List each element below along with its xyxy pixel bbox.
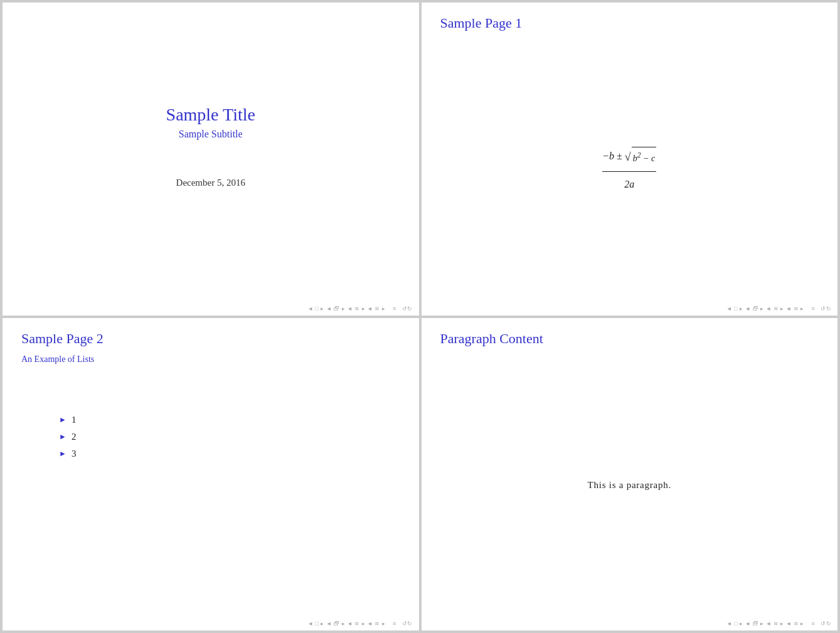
nav-bar-3: ◄ □ ▸ ◄ 🗗 ▸ ◄ ≋ ▸ ◄ ≋ ▸ ≡ ↺↻ [307, 620, 412, 627]
list-item: ► 3 [59, 449, 400, 459]
list-item-label-1: 1 [72, 415, 77, 425]
denominator: 2a [602, 172, 656, 195]
slide-3: Sample Page 2 An Example of Lists ► 1 ► … [3, 318, 419, 631]
page-2-title: Sample Page 1 [440, 15, 819, 31]
list-bullet-2: ► [59, 432, 66, 442]
slide-list: ► 1 ► 2 ► 3 [59, 415, 400, 465]
main-title: Sample Title [166, 105, 255, 125]
list-item-label-2: 2 [72, 432, 77, 442]
fraction: −b ± √b2 − c 2a [602, 145, 656, 195]
main-subtitle: Sample Subtitle [166, 129, 255, 140]
math-area: −b ± √b2 − c 2a [440, 38, 819, 303]
nav-bar-1: ◄ □ ▸ ◄ 🗗 ▸ ◄ ≋ ▸ ◄ ≋ ▸ ≡ ↺↻ [307, 306, 412, 312]
nav-bar-2: ◄ □ ▸ ◄ 🗗 ▸ ◄ ≋ ▸ ◄ ≋ ▸ ≡ ↺↻ [726, 306, 831, 312]
list-bullet-1: ► [59, 415, 66, 425]
list-bullet-3: ► [59, 449, 66, 459]
sqrt-symbol: √b2 − c [625, 145, 656, 170]
sqrt-content: b2 − c [632, 147, 657, 168]
paragraph-text: This is a paragraph. [588, 480, 671, 491]
page-3-title: Sample Page 2 [21, 331, 400, 347]
slide-1: Sample Title Sample Subtitle December 5,… [3, 3, 419, 316]
title-block: Sample Title Sample Subtitle December 5,… [166, 105, 255, 188]
slide-4: Paragraph Content This is a paragraph. ◄… [422, 318, 838, 631]
slide-2: Sample Page 1 −b ± √b2 − c 2a ◄ □ ▸ ◄ 🗗 … [422, 3, 838, 316]
quadratic-formula: −b ± √b2 − c 2a [602, 145, 656, 195]
list-item: ► 2 [59, 432, 400, 442]
list-item-label-3: 3 [72, 449, 77, 459]
slide-date: December 5, 2016 [166, 178, 255, 188]
nav-bar-4: ◄ □ ▸ ◄ 🗗 ▸ ◄ ≋ ▸ ◄ ≋ ▸ ≡ ↺↻ [726, 620, 831, 627]
list-item: ► 1 [59, 415, 400, 425]
page-4-title: Paragraph Content [440, 331, 819, 347]
paragraph-area: This is a paragraph. [440, 353, 819, 619]
page-3-subtitle: An Example of Lists [21, 354, 400, 364]
numerator: −b ± √b2 − c [602, 145, 656, 172]
